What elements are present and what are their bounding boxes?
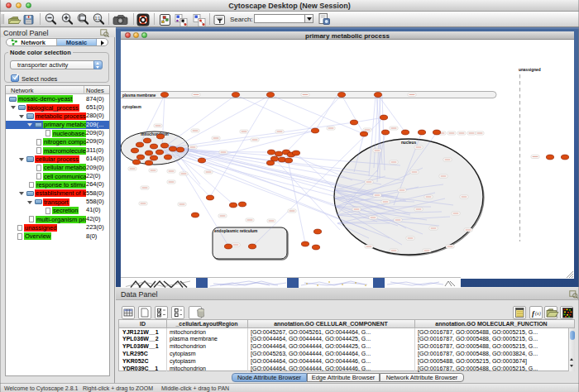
svg-text:(x): (x) [535, 311, 541, 317]
svg-text:1:1: 1:1 [95, 17, 101, 21]
svg-text:plasma membrane: plasma membrane [122, 93, 156, 98]
svg-text:unassigned: unassigned [519, 68, 541, 72]
svg-text:nucleus: nucleus [401, 141, 416, 145]
svg-text:cytoplasm: cytoplasm [122, 105, 141, 109]
